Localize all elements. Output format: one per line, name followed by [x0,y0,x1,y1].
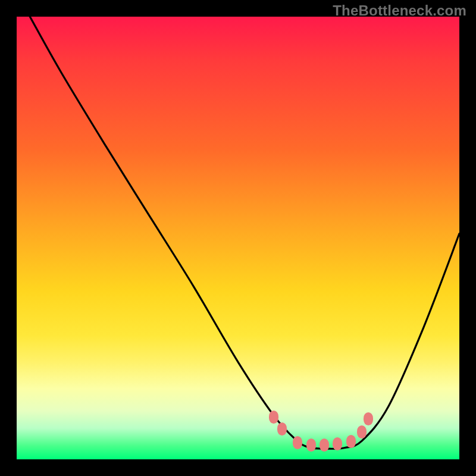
flat-marker-5 [346,435,356,448]
chart-plot-area [17,17,459,459]
chart-frame: TheBottleneck.com [0,0,476,476]
flat-marker-2 [306,439,316,452]
right-shoulder-marker-2 [364,412,373,425]
left-shoulder-marker-2 [277,422,287,436]
flat-marker-3 [320,439,329,452]
flat-marker-4 [333,437,342,450]
bottleneck-curve [30,17,459,449]
left-shoulder-marker-1 [269,411,278,424]
flat-marker-1 [293,436,302,449]
right-shoulder-marker-1 [357,425,367,439]
bottleneck-curve-svg [17,17,459,459]
